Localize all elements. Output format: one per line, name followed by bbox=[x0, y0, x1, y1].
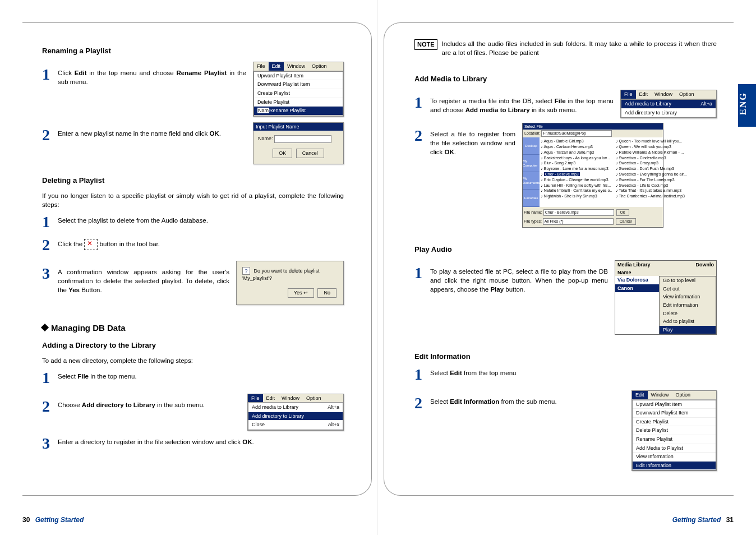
location-label: Location: bbox=[524, 131, 540, 135]
heading-managing-db: Managing DB Data bbox=[42, 322, 344, 334]
ctx-get-out: Get out bbox=[660, 285, 716, 293]
menu-item: Delete Playlist bbox=[633, 426, 716, 435]
note-box: NOTE Includes all the audio files includ… bbox=[414, 39, 717, 57]
step-number: 1 bbox=[42, 215, 52, 230]
cancel-button: Cancel bbox=[296, 149, 324, 158]
menu-item-add-directory: Add directory to Library bbox=[621, 109, 716, 118]
file-item: ♪ The Cranberries - Animal Instinct.mp3 bbox=[616, 193, 688, 199]
ctx-delete: Delete bbox=[660, 310, 716, 318]
menu-item-upward: Upward Playlist Item bbox=[254, 72, 343, 81]
file-item: ♪ Sweetbox - Crazy.mp3 bbox=[616, 160, 688, 166]
step-text: Click the button in the tool bar. bbox=[58, 238, 344, 250]
step-number: 2 bbox=[42, 238, 52, 253]
file-item: ♪ Nightwish - She is My Sin.mp3 bbox=[541, 193, 612, 199]
step-text: Enter a directory to register in the fil… bbox=[58, 436, 344, 446]
location-value: F:\music\SukiMisegi\Pop bbox=[541, 130, 612, 137]
menu-item: Add Media to Playlist bbox=[633, 444, 716, 453]
paragraph: If you no longer listen to a specific pl… bbox=[42, 191, 344, 209]
context-menu: Go to top level Get out View information… bbox=[659, 276, 716, 334]
cancel-button: Cancel bbox=[616, 218, 636, 225]
file-item: ♪ Sweetbox - Cinderella.mp3 bbox=[616, 155, 688, 161]
menu-window: Window bbox=[648, 391, 672, 399]
menu-item-create: Create Playlist bbox=[254, 89, 343, 98]
menu-file: File bbox=[621, 90, 636, 99]
menu-item-delete: Delete Playlist bbox=[254, 98, 343, 107]
step-number: 1 bbox=[414, 266, 425, 281]
step-number: 1 bbox=[42, 67, 52, 82]
menu-item-add-directory: Add directory to Library bbox=[248, 412, 343, 421]
file-item: ♪ Robbie Williams & Nicole Kidman - ... bbox=[616, 150, 688, 155]
step-text: To register a media file into the DB, se… bbox=[430, 95, 614, 114]
menu-file: File bbox=[253, 62, 269, 71]
screenshot-edit-info-menu: Edit Window Option Upward Playlist ItemD… bbox=[631, 390, 717, 471]
page-31: ENG NOTE Includes all the audio files in… bbox=[378, 0, 756, 535]
menu-file: File bbox=[248, 394, 263, 403]
step-text: Select File in the top menu. bbox=[58, 371, 344, 381]
file-item: ♪ Sweetbox - For The Lonely.mp3 bbox=[616, 177, 688, 183]
file-item: ♪ Sweetbox - Everything's gonna be alr..… bbox=[616, 172, 688, 177]
sidebar-favorites: Favorites bbox=[523, 190, 540, 207]
file-browser-sidebar: Desktop My Computer My Documents Favorit… bbox=[523, 137, 540, 207]
filename-label: File name: bbox=[524, 210, 542, 214]
step-text: Select the playlist to delete from the A… bbox=[58, 215, 344, 225]
screenshot-delete-confirm: ? Do you want to delete playlist 'My_pla… bbox=[236, 261, 344, 305]
note-text: Includes all the audio files included in… bbox=[442, 39, 717, 57]
sidebar-my-documents: My Documents bbox=[523, 172, 540, 190]
footer-left: 30 Getting Started bbox=[22, 516, 87, 524]
menu-edit: Edit bbox=[263, 394, 279, 403]
step-number: 2 bbox=[414, 128, 425, 144]
step-number: 2 bbox=[42, 128, 52, 143]
step-number: 1 bbox=[414, 95, 425, 110]
heading-play-audio: Play Audio bbox=[414, 245, 717, 255]
language-tab: ENG bbox=[738, 84, 756, 127]
section-name: Getting Started bbox=[672, 516, 721, 524]
menu-window: Window bbox=[278, 394, 303, 403]
menu-window: Window bbox=[651, 90, 676, 99]
screenshot-file-menu-media: File Edit Window Option Add media to Lib… bbox=[620, 90, 717, 118]
list-item: Via Dolorosa bbox=[615, 276, 659, 284]
sidebar-my-computer: My Computer bbox=[523, 155, 540, 172]
heading-renaming-playlist: Renaming a Playlist bbox=[42, 46, 344, 56]
file-item: ♪ Take That - It's just takes a min.mp3 bbox=[616, 188, 688, 193]
screenshot-file-browser: Select File Location: F:\music\SukiMiseg… bbox=[522, 123, 663, 228]
file-item: ♪ Aqua - Barbie Girl.mp3 bbox=[541, 139, 612, 144]
sidebar-desktop: Desktop bbox=[523, 137, 540, 155]
file-item: ♪ Natalie Imbrulli - Can't take my eyes … bbox=[541, 188, 612, 193]
page-number: 31 bbox=[726, 516, 734, 524]
name-input bbox=[274, 135, 331, 143]
step-text: Click Edit in the top menu and choose Re… bbox=[58, 67, 246, 86]
file-item: ♪ Queen - We will rock you.mp3 bbox=[616, 144, 688, 150]
step-text: To play a selected file at PC, select a … bbox=[430, 266, 608, 294]
file-item: ♪ Lauren Hill - Killing me softly with h… bbox=[541, 183, 612, 188]
step-text: Select a file to register from the file … bbox=[430, 128, 515, 156]
name-label: Name: bbox=[258, 136, 273, 142]
file-item: ♪ Aqua - Tarzan and Jane.mp3 bbox=[541, 150, 612, 155]
menu-option: Option bbox=[303, 394, 325, 403]
step-number: 3 bbox=[42, 266, 52, 282]
dialog-title: Select File bbox=[523, 123, 663, 130]
file-list-left: ♪ Aqua - Barbie Girl.mp3♪ Aqua - Cartoon… bbox=[541, 139, 612, 199]
heading-add-media: Add Media to Library bbox=[414, 74, 717, 84]
step-number: 2 bbox=[42, 399, 52, 414]
confirm-text: Do you want to delete playlist 'My_playl… bbox=[242, 268, 320, 281]
file-item: ♪ Sweetbox - Don't Push Me.mp3 bbox=[616, 166, 688, 172]
tab-media-library: Media Library bbox=[617, 261, 651, 269]
step-text: A confirmation window appears asking for… bbox=[58, 266, 229, 294]
step-number: 1 bbox=[414, 367, 425, 382]
ctx-play: Play bbox=[660, 326, 716, 334]
ctx-add-playlist: Add to playlist bbox=[660, 317, 716, 326]
menu-edit: Edit bbox=[636, 90, 652, 99]
file-item: ♪ Cher - Believe.mp3 bbox=[541, 172, 612, 177]
step-number: 2 bbox=[414, 396, 425, 411]
menu-item-downward: Downward Playlist Item bbox=[254, 80, 343, 89]
heading-adding-directory: Adding a Directory to the Library bbox=[42, 340, 344, 350]
yes-button: Yes ↩ bbox=[288, 288, 314, 298]
menu-item-add-media: Add media to LibraryAlt+a bbox=[248, 403, 343, 412]
menu-item-close: CloseAlt+x bbox=[248, 421, 343, 430]
footer-right: Getting Started 31 bbox=[669, 516, 734, 524]
delete-icon bbox=[84, 239, 98, 250]
file-item: ♪ Aqua - Cartoon Heroes.mp3 bbox=[541, 144, 612, 150]
file-item: ♪ Boyzone - Love me for a reason.mp3 bbox=[541, 166, 612, 172]
menu-item: Create Playlist bbox=[633, 418, 716, 427]
file-list-right: ♪ Queen - Too much love will kill you...… bbox=[616, 139, 688, 199]
